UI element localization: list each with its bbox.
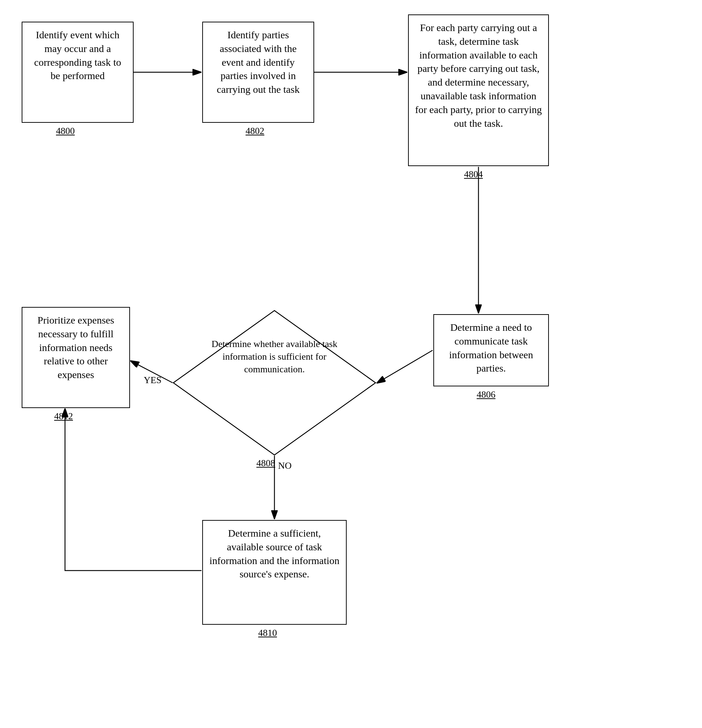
svg-marker-7 — [173, 311, 376, 455]
box-4802-text: Identify parties associated with the eve… — [217, 29, 299, 95]
flowchart: Identify event which may occur and a cor… — [0, 0, 702, 728]
box-4812: Prioritize expenses necessary to fulfill… — [22, 307, 130, 408]
no-label: NO — [278, 461, 292, 471]
label-4812: 4812 — [54, 411, 73, 422]
label-4808: 4808 — [256, 458, 275, 469]
box-4804-text: For each party carrying out a task, dete… — [415, 22, 542, 129]
label-4800: 4800 — [56, 126, 75, 137]
yes-label: YES — [144, 375, 162, 386]
box-4800-text: Identify event which may occur and a cor… — [34, 29, 121, 81]
label-4806: 4806 — [477, 389, 495, 400]
box-4810-text: Determine a sufficient, available source… — [209, 527, 339, 579]
box-4804: For each party carrying out a task, dete… — [408, 14, 549, 166]
label-4810: 4810 — [258, 628, 277, 638]
box-4806-text: Determine a need to communicate task inf… — [449, 322, 533, 374]
label-4804: 4804 — [464, 169, 483, 180]
box-4802: Identify parties associated with the eve… — [202, 22, 314, 123]
svg-line-4 — [377, 350, 433, 383]
box-4806: Determine a need to communicate task inf… — [433, 314, 549, 386]
label-4802: 4802 — [246, 126, 264, 137]
box-4810: Determine a sufficient, available source… — [202, 520, 347, 625]
box-4800: Identify event which may occur and a cor… — [22, 22, 134, 123]
box-4812-text: Prioritize expenses necessary to fulfill… — [38, 315, 114, 380]
diamond-4808-text: Determine whether available task informa… — [191, 338, 357, 376]
